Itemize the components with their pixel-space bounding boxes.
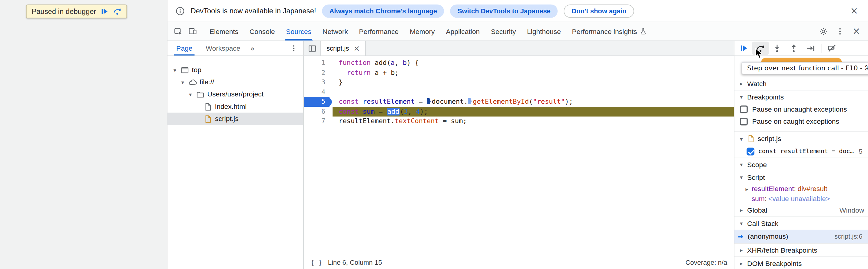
line-number-4[interactable]: 4	[304, 87, 333, 97]
tab-performance-insights[interactable]: Performance insights	[566, 22, 652, 41]
infobar-close-button[interactable]: ×	[847, 4, 861, 18]
settings-button[interactable]	[816, 24, 831, 39]
resume-script-icon[interactable]	[100, 7, 109, 16]
watch-section-header[interactable]: ▸ Watch	[735, 77, 868, 90]
line-number-6[interactable]: 6	[304, 107, 333, 116]
inline-breakpoint-marker[interactable]	[468, 98, 472, 104]
breakpoint-file-header[interactable]: ▾ script.js	[735, 133, 868, 145]
scope-group-global[interactable]: ▸ Global Window	[735, 204, 868, 217]
tree-item-label: script.js	[215, 115, 239, 123]
checkbox-checked[interactable]	[747, 147, 754, 155]
line-number-1[interactable]: 1	[304, 58, 333, 68]
code-line-content[interactable]: resultElement.textContent = sum;	[333, 116, 734, 126]
checkbox-unchecked[interactable]	[740, 118, 748, 126]
resume-icon	[739, 44, 748, 53]
code-editor[interactable]: 1function add(a, b) {2 return a + b;3}45…	[304, 56, 734, 255]
dont-show-again-button[interactable]: Don't show again	[564, 4, 634, 18]
code-line-6: 6const sum = add(3, 4);	[304, 107, 734, 116]
close-icon[interactable]: ×	[353, 44, 360, 52]
chevron-down-icon: ▾	[738, 162, 744, 168]
folder-icon	[196, 90, 205, 98]
tab-network[interactable]: Network	[317, 22, 354, 41]
step-into-button[interactable]	[769, 42, 785, 55]
chevron-down-icon: ▾	[738, 220, 744, 226]
variable-value: <value unavailable>	[768, 195, 830, 203]
code-line-content[interactable]: return a + b;	[333, 68, 734, 78]
code-line-content[interactable]: const resultElement = document.getElemen…	[333, 97, 734, 107]
navigator-menu-button[interactable]	[286, 41, 301, 55]
switch-to-japanese-button[interactable]: Switch DevTools to Japanese	[451, 4, 558, 18]
step-button[interactable]	[802, 42, 818, 55]
tree-item-file-[interactable]: ▾file://	[167, 76, 303, 88]
devtools-menu-button[interactable]	[833, 24, 847, 39]
step-over-icon[interactable]	[113, 7, 121, 16]
tab-memory[interactable]: Memory	[404, 22, 440, 41]
scope-variable-resultElement[interactable]: ▸ resultElement div#result	[735, 184, 868, 194]
editor-tab-script-js[interactable]: script.js ×	[320, 41, 366, 55]
tree-item-Users-user-project[interactable]: ▾Users/user/project	[167, 88, 303, 100]
step-over-button[interactable]	[752, 42, 769, 55]
twirl-icon[interactable]: ▾	[180, 79, 186, 85]
line-number-2[interactable]: 2	[304, 68, 333, 78]
tab-performance[interactable]: Performance	[353, 22, 404, 41]
tab-lighthouse[interactable]: Lighthouse	[522, 22, 567, 41]
call-stack-section-header[interactable]: ▾ Call Stack	[735, 217, 868, 230]
twirl-icon[interactable]: ▾	[187, 91, 193, 97]
breakpoint-entry[interactable]: const resultElement = doc… 5	[735, 145, 868, 158]
scope-group-script[interactable]: ▾ Script	[735, 171, 868, 184]
devtools-window: DevTools is now available in Japanese! A…	[167, 0, 868, 269]
breakpoint-line-number: 5	[859, 147, 862, 155]
section-title: DOM Breakpoints	[747, 260, 802, 268]
more-tabs-chevrons[interactable]: »	[247, 41, 258, 55]
dom-breakpoints-header[interactable]: ▸ DOM Breakpoints	[735, 257, 868, 269]
tab-application[interactable]: Application	[440, 22, 486, 41]
breakpoints-section-header[interactable]: ▾ Breakpoints	[735, 90, 868, 103]
tab-console[interactable]: Console	[244, 22, 280, 41]
tab-elements[interactable]: Elements	[204, 22, 244, 41]
tab-security[interactable]: Security	[485, 22, 521, 41]
devtools-close-button[interactable]: ×	[849, 24, 864, 39]
scope-variable-sum[interactable]: sum <value unavailable>	[735, 194, 868, 204]
inline-breakpoint-marker[interactable]	[427, 98, 431, 104]
tab-page[interactable]: Page	[169, 41, 199, 55]
inspect-element-button[interactable]	[171, 24, 185, 39]
pause-on-caught-row[interactable]: Pause on caught exceptions	[735, 115, 868, 128]
tree-item-index-html[interactable]: index.html	[167, 100, 303, 112]
code-line-content[interactable]: const sum = add(3, 4);	[333, 107, 734, 116]
step-target-highlight[interactable]: add	[387, 107, 400, 115]
xhr-breakpoints-section: ▸ XHR/fetch Breakpoints	[735, 244, 868, 257]
twirl-icon[interactable]: ▾	[172, 67, 178, 73]
scope-section: ▾ Scope ▾ Script ▸ resultElement div#res…	[735, 158, 868, 217]
pretty-print-icon[interactable]: { }	[310, 259, 322, 266]
toggle-navigator-button[interactable]	[304, 41, 320, 55]
code-line-content[interactable]: function add(a, b) {	[333, 58, 734, 68]
deactivate-breakpoints-button[interactable]	[824, 42, 840, 55]
variable-name: sum	[752, 195, 767, 203]
resume-button[interactable]	[736, 42, 752, 55]
tree-item-script-js[interactable]: script.js	[167, 113, 303, 125]
file-js-icon	[204, 115, 212, 123]
tab-workspace[interactable]: Workspace	[199, 41, 247, 55]
line-number-7[interactable]: 7	[304, 116, 333, 126]
scope-section-header[interactable]: ▾ Scope	[735, 158, 868, 171]
line-number-3[interactable]: 3	[304, 78, 333, 87]
code-line-content[interactable]: }	[333, 78, 734, 87]
call-stack-frame[interactable]: (anonymous) script.js:6	[735, 230, 868, 243]
tab-sources[interactable]: Sources	[280, 22, 317, 41]
editor-pane: script.js × 1function add(a, b) {2 retur…	[304, 41, 734, 269]
chevron-right-icon: ▸	[738, 247, 744, 253]
info-icon	[176, 6, 184, 15]
xhr-breakpoints-header[interactable]: ▸ XHR/fetch Breakpoints	[735, 244, 868, 256]
tooltip: Step over next function call - F10 - ⌘ '	[742, 62, 868, 74]
breakpoint-marker-line-5[interactable]: 5	[304, 97, 333, 107]
code-line-content[interactable]	[333, 87, 734, 97]
toggle-device-toolbar-button[interactable]	[185, 24, 199, 39]
panel-left-icon	[308, 44, 316, 52]
step-out-button[interactable]	[785, 42, 802, 55]
pause-on-uncaught-row[interactable]: Pause on uncaught exceptions	[735, 103, 868, 115]
tree-item-top[interactable]: ▾top	[167, 64, 303, 76]
tabbar-right-controls: ×	[816, 22, 868, 41]
screen: Paused in debugger DevTools is now avail…	[0, 0, 868, 269]
checkbox-unchecked[interactable]	[740, 106, 748, 113]
always-match-language-button[interactable]: Always match Chrome's language	[322, 4, 444, 18]
